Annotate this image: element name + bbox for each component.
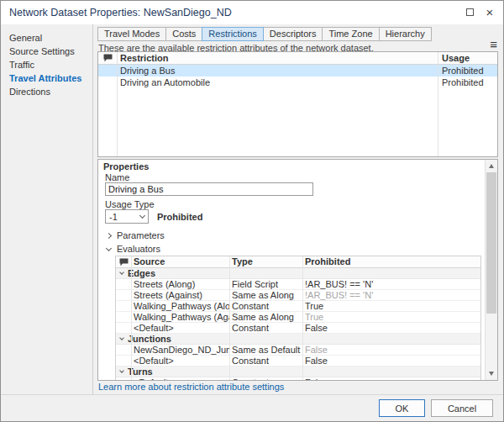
sidebar: GeneralSource SettingsTrafficTravel Attr… (1, 24, 93, 394)
chevron-right-icon (106, 232, 112, 238)
footer-bar: OK Cancel (1, 394, 503, 421)
evaluators-expander[interactable]: Evaluators (107, 244, 160, 254)
evaluator-row-walking-pathways-against[interactable]: Walking_Pathways (Against)Same as AlongT… (116, 312, 480, 323)
scrollbar-thumb[interactable] (486, 172, 496, 314)
properties-scrollbar[interactable] (485, 160, 497, 380)
source-column-header[interactable]: Source (131, 256, 229, 267)
scroll-down-button[interactable] (486, 367, 497, 380)
chevron-down-icon (106, 245, 112, 251)
tab-costs[interactable]: Costs (165, 27, 202, 41)
evaluators-label: Evaluators (117, 244, 160, 254)
usage-type-dropdown[interactable]: -1 (105, 209, 149, 224)
parameters-expander[interactable]: Parameters (107, 230, 165, 240)
main-panel: Travel ModesCostsRestrictionsDescriptors… (94, 24, 503, 394)
properties-title: Properties (103, 161, 149, 171)
chevron-down-icon (136, 210, 148, 223)
evaluator-row-streets-along[interactable]: Streets (Along)Field Script!AR_BUS! == '… (116, 279, 480, 290)
title-bar: Network Dataset Properties: NewSanDiego_… (1, 1, 503, 24)
evaluator-row-newsandiego-nd-junctions[interactable]: NewSanDiego_ND_JunctionsSame as DefaultF… (116, 345, 480, 356)
group-label: Junctions (128, 334, 171, 344)
sidebar-item-directions[interactable]: Directions (1, 85, 92, 98)
chevron-down-icon (119, 335, 124, 340)
tab-travel-modes[interactable]: Travel Modes (97, 27, 166, 41)
usage-column-header[interactable]: Usage (438, 52, 497, 64)
restriction-column-header[interactable]: Restriction (117, 52, 438, 64)
tab-descriptors[interactable]: Descriptors (263, 27, 323, 41)
properties-panel: Properties Name Usage Type -1 Prohibited… (97, 159, 498, 381)
evaluators-grid-header: Source Type Prohibited (116, 256, 480, 268)
evaluators-rows: EdgesStreets (Along)Field Script!AR_BUS!… (116, 268, 480, 381)
group-row-turns[interactable]: Turns (116, 367, 480, 377)
usage-type-label: Usage Type (105, 199, 155, 209)
sidebar-item-general[interactable]: General (1, 31, 92, 45)
maximize-button[interactable] (459, 1, 480, 24)
evaluator-row-default[interactable]: <Default>ConstantFalse (116, 323, 480, 334)
tab-bar: Travel ModesCostsRestrictionsDescriptors… (97, 27, 431, 41)
arrow-up-icon (489, 164, 494, 168)
evaluator-row-streets-against[interactable]: Streets (Against)Same as Along!AR_BUS! =… (116, 290, 480, 301)
group-row-junctions[interactable]: Junctions (116, 334, 480, 345)
evaluator-row-default[interactable]: <Default>ConstantFalse (116, 356, 480, 367)
tab-restrictions[interactable]: Restrictions (202, 27, 263, 41)
comment-icon (98, 52, 117, 64)
sidebar-item-travel-attributes[interactable]: Travel Attributes (1, 71, 92, 85)
chevron-down-icon (119, 368, 124, 373)
restriction-row-driving-a-bus[interactable]: Driving a BusProhibited (98, 65, 497, 76)
tab-hierarchy[interactable]: Hierarchy (379, 27, 432, 41)
cancel-button[interactable]: Cancel (431, 399, 493, 417)
sidebar-item-traffic[interactable]: Traffic (1, 58, 92, 71)
name-input[interactable] (105, 182, 313, 196)
scroll-up-button[interactable] (486, 160, 497, 172)
ok-button[interactable]: OK (379, 399, 425, 417)
usage-type-value: -1 (106, 212, 136, 222)
restrictions-table-header: Restriction Usage (98, 52, 497, 65)
group-label: Edges (128, 268, 155, 278)
name-label: Name (105, 172, 129, 182)
prohibited-column-header[interactable]: Prohibited (302, 256, 480, 267)
evaluator-row-default[interactable]: <Default>ConstantFalse (116, 377, 480, 381)
maximize-icon (466, 8, 474, 16)
learn-more-link[interactable]: Learn more about restriction attribute s… (98, 382, 284, 392)
close-icon: × (486, 6, 494, 18)
menu-icon[interactable]: ≡ (490, 38, 497, 50)
sidebar-item-source-settings[interactable]: Source Settings (1, 45, 92, 58)
restrictions-table: Restriction Usage Driving a BusProhibite… (97, 51, 498, 157)
restriction-row-driving-an-automobile[interactable]: Driving an AutomobileProhibited (98, 76, 497, 88)
evaluators-grid: Source Type Prohibited EdgesStreets (Alo… (115, 256, 481, 381)
type-column-header[interactable]: Type (229, 256, 302, 267)
chevron-down-icon (119, 270, 124, 275)
group-label: Turns (128, 367, 153, 377)
parameters-label: Parameters (117, 230, 165, 240)
restriction-rows: Driving a BusProhibitedDriving an Automo… (98, 65, 497, 88)
group-row-edges[interactable]: Edges (116, 268, 480, 279)
window-title: Network Dataset Properties: NewSanDiego_… (9, 7, 232, 18)
evaluator-row-walking-pathways-along[interactable]: Walking_Pathways (Along)ConstantTrue (116, 301, 480, 312)
comment-icon (116, 256, 131, 267)
tab-time-zone[interactable]: Time Zone (322, 27, 379, 41)
usage-type-text: Prohibited (157, 212, 202, 222)
close-button[interactable]: × (479, 1, 501, 24)
network-dataset-properties-dialog: Network Dataset Properties: NewSanDiego_… (0, 0, 504, 422)
arrow-down-icon (489, 372, 494, 376)
